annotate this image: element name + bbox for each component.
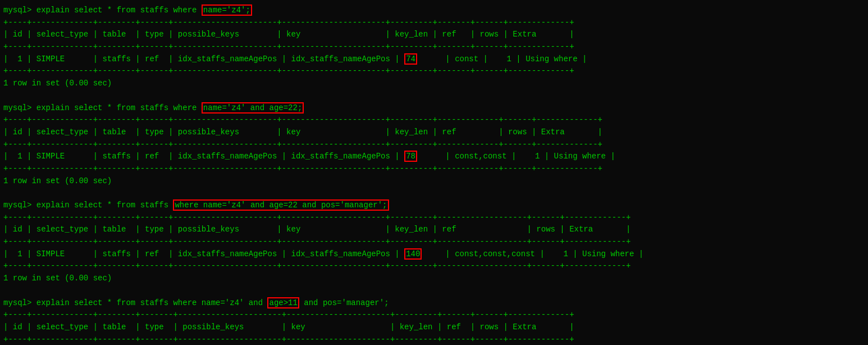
header-1: | id | select_type | table | type | poss…: [3, 29, 865, 41]
data-suffix-3: | const,const,const | 1 | Using where |: [422, 249, 643, 258]
data-row-3: | 1 | SIMPLE | staffs | ref | idx_staffs…: [3, 248, 865, 261]
cmd-prefix-3: mysql> explain select * from staffs: [3, 201, 173, 210]
cmd-prefix-4: mysql> explain select * from staffs wher…: [3, 298, 267, 307]
header-3: | id | select_type | table | type | poss…: [3, 224, 865, 236]
rowcount-2: 1 row in set (0.00 sec): [3, 175, 865, 188]
data-suffix-2: | const,const | 1 | Using where |: [417, 152, 615, 161]
blank-3: [3, 285, 865, 297]
sep1-1: +----+-------------+--------+------+----…: [3, 17, 865, 29]
sep1-3: +----+-------------+--------+------+----…: [3, 212, 865, 224]
command-line-3: mysql> explain select * from staffs wher…: [3, 199, 865, 212]
sep2-4: +----+-------------+--------+-------+---…: [3, 334, 865, 345]
cmd-highlight-1: name='z4';: [202, 4, 252, 16]
terminal: mysql> explain select * from staffs wher…: [3, 4, 865, 345]
sep1-4: +----+-------------+--------+-------+---…: [3, 309, 865, 321]
cmd-prefix-2: mysql> explain select * from staffs wher…: [3, 103, 202, 112]
cmd-highlight-3: where name='z4' and age=22 and pos='mana…: [173, 199, 389, 211]
sep2-3: +----+-------------+--------+------+----…: [3, 236, 865, 248]
keylen-1: 74: [404, 53, 417, 65]
cmd-prefix-1: mysql> explain select * from staffs wher…: [3, 6, 202, 15]
cmd-suffix-4: and pos='manager';: [299, 298, 389, 307]
command-line-1: mysql> explain select * from staffs wher…: [3, 4, 865, 17]
rowcount-3: 1 row in set (0.00 sec): [3, 273, 865, 285]
sep2-1: +----+-------------+--------+------+----…: [3, 41, 865, 53]
data-prefix-1: | 1 | SIMPLE | staffs | ref | idx_staffs…: [3, 55, 404, 63]
data-prefix-2: | 1 | SIMPLE | staffs | ref | idx_staffs…: [3, 152, 404, 161]
sep3-3: +----+-------------+--------+------+----…: [3, 260, 865, 273]
blank-2: [3, 187, 865, 199]
sep1-2: +----+-------------+--------+------+----…: [3, 114, 865, 126]
rowcount-1: 1 row in set (0.00 sec): [3, 78, 865, 90]
data-prefix-3: | 1 | SIMPLE | staffs | ref | idx_staffs…: [3, 249, 404, 258]
blank-1: [3, 90, 865, 102]
cmd-highlight-2: name='z4' and age=22;: [202, 102, 304, 114]
data-suffix-1: | const | 1 | Using where |: [417, 55, 587, 63]
sep2-2: +----+-------------+--------+------+----…: [3, 139, 865, 151]
command-line-4: mysql> explain select * from staffs wher…: [3, 297, 865, 310]
keylen-3: 140: [404, 248, 422, 260]
command-line-2: mysql> explain select * from staffs wher…: [3, 102, 865, 115]
data-row-1: | 1 | SIMPLE | staffs | ref | idx_staffs…: [3, 53, 865, 66]
cmd-highlight-4: age>11: [267, 297, 299, 308]
keylen-2: 78: [404, 151, 417, 162]
sep3-2: +----+-------------+--------+------+----…: [3, 163, 865, 175]
data-row-2: | 1 | SIMPLE | staffs | ref | idx_staffs…: [3, 151, 865, 163]
header-4: | id | select_type | table | type | poss…: [3, 321, 865, 334]
sep3-1: +----+-------------+--------+------+----…: [3, 65, 865, 78]
header-2: | id | select_type | table | type | poss…: [3, 126, 865, 139]
